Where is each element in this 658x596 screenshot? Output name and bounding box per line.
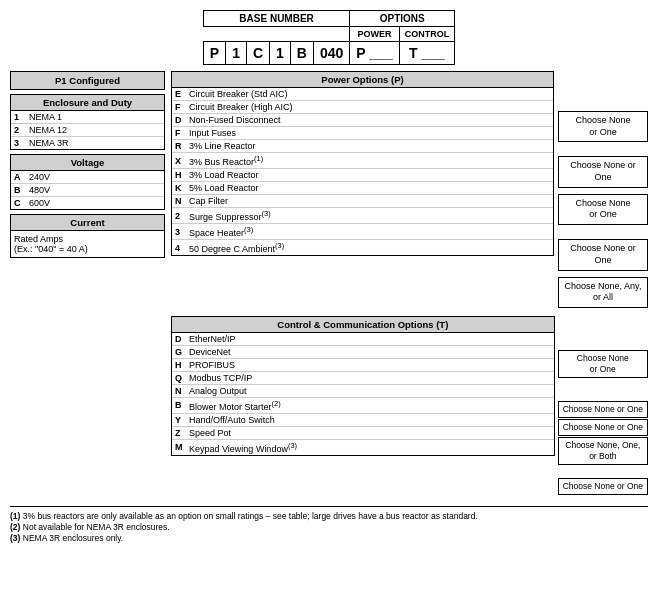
current-example: (Ex.: "040" = 40 A) [14, 244, 161, 254]
enc-row-3: 3 NEMA 3R [11, 137, 164, 149]
ctrl-key-z: Z [175, 428, 189, 438]
enc-row-2: 2 NEMA 12 [11, 124, 164, 137]
pn-c: C [246, 42, 269, 65]
footnote-2: (2) Not available for NEMA 3R enclosures… [10, 522, 648, 532]
power-header: Power Options (P) [172, 72, 553, 88]
footnote-1: (1) 3% bus reactors are only available a… [10, 511, 648, 521]
power-row-d: D Non-Fused Disconnect [172, 114, 553, 127]
ctrl-val-g: DeviceNet [189, 347, 551, 357]
ctrl-row-q: Q Modbus TCP/IP [172, 372, 554, 385]
volt-val-c: 600V [29, 198, 161, 208]
power-val-4: 50 Degree C Ambient(3) [189, 241, 550, 254]
control-layout: Control & Communication Options (T) D Et… [171, 316, 648, 496]
control-box: Control & Communication Options (T) D Et… [171, 316, 555, 456]
volt-key-c: C [14, 198, 26, 208]
power-key-d: D [175, 115, 189, 125]
power-key-f1: F [175, 102, 189, 112]
pn-040: 040 [313, 42, 349, 65]
enc-val-2: NEMA 12 [29, 125, 161, 135]
ctrl-key-y: Y [175, 415, 189, 425]
control-header: CONTROL [399, 27, 455, 42]
power-val-n: Cap Filter [189, 196, 550, 206]
power-key-3: 3 [175, 227, 189, 237]
power-row-3: 3 Space Heater(3) [172, 224, 553, 240]
p1-configured: P1 Configured [10, 71, 165, 90]
power-options-box: Power Options (P) E Circuit Breaker (Std… [171, 71, 554, 256]
power-key-h: H [175, 170, 189, 180]
power-row-4: 4 50 Degree C Ambient(3) [172, 240, 553, 255]
power-row-k: K 5% Load Reactor [172, 182, 553, 195]
ctrl-row-d: D EtherNet/IP [172, 333, 554, 346]
power-row-e: E Circuit Breaker (Std AIC) [172, 88, 553, 101]
main-container: BASE NUMBER OPTIONS POWER CONTROL P 1 C … [10, 10, 648, 543]
voltage-header: Voltage [11, 155, 164, 171]
power-header: POWER [350, 27, 399, 42]
ctrl-row-m: M Keypad Viewing Window(3) [172, 440, 554, 455]
volt-key-b: B [14, 185, 26, 195]
ctrl-val-y: Hand/Off/Auto Switch [189, 415, 551, 425]
power-choose-4: Choose None or One [558, 239, 648, 270]
ctrl-row-b: B Blower Motor Starter(2) [172, 398, 554, 414]
ctrl-choose-2: Choose None or One [558, 401, 648, 418]
ctrl-val-q: Modbus TCP/IP [189, 373, 551, 383]
ctrl-key-m: M [175, 442, 189, 452]
power-row-r: R 3% Line Reactor [172, 140, 553, 153]
enc-key-3: 3 [14, 138, 26, 148]
control-box-wrapper: Control & Communication Options (T) D Et… [171, 316, 555, 456]
ctrl-key-d: D [175, 334, 189, 344]
power-val-k: 5% Load Reactor [189, 183, 550, 193]
power-key-f2: F [175, 128, 189, 138]
enc-key-1: 1 [14, 112, 26, 122]
ctrl-choose-1: Choose Noneor One [558, 350, 648, 378]
power-choose-5: Choose None, Any,or All [558, 277, 648, 308]
ctrl-row-n: N Analog Output [172, 385, 554, 398]
left-sections: P1 Configured Enclosure and Duty 1 NEMA … [10, 71, 165, 496]
ctrl-row-h: H PROFIBUS [172, 359, 554, 372]
enc-key-2: 2 [14, 125, 26, 135]
power-row-f1: F Circuit Breaker (High AIC) [172, 101, 553, 114]
power-val-d: Non-Fused Disconnect [189, 115, 550, 125]
volt-val-b: 480V [29, 185, 161, 195]
ctrl-val-d: EtherNet/IP [189, 334, 551, 344]
ctrl-val-z: Speed Pot [189, 428, 551, 438]
control-options-header: Control & Communication Options (T) [172, 317, 554, 333]
power-val-f2: Input Fuses [189, 128, 550, 138]
power-key-r: R [175, 141, 189, 151]
power-box-wrapper: Power Options (P) E Circuit Breaker (Std… [171, 71, 554, 256]
pn-power: P ___ [350, 42, 399, 65]
power-val-x: 3% Bus Reactor(1) [189, 154, 550, 167]
power-choose-col: Choose Noneor One Choose None or One Cho… [558, 71, 648, 308]
enclosure-box: Enclosure and Duty 1 NEMA 1 2 NEMA 12 3 … [10, 94, 165, 150]
power-row-x: X 3% Bus Reactor(1) [172, 153, 553, 169]
base-number-header: BASE NUMBER [203, 11, 350, 27]
footnote-3: (3) NEMA 3R enclosures only. [10, 533, 648, 543]
volt-val-a: 240V [29, 172, 161, 182]
power-key-n: N [175, 196, 189, 206]
power-key-4: 4 [175, 243, 189, 253]
ctrl-key-h: H [175, 360, 189, 370]
control-section: Control & Communication Options (T) D Et… [171, 316, 648, 496]
control-choose-col: Choose Noneor One Choose None or One Cho… [558, 316, 648, 496]
pn-p1: P [203, 42, 225, 65]
current-header: Current [11, 215, 164, 231]
ctrl-key-g: G [175, 347, 189, 357]
options-header: OPTIONS [350, 11, 455, 27]
power-row-n: N Cap Filter [172, 195, 553, 208]
power-row-section: Power Options (P) E Circuit Breaker (Std… [171, 71, 648, 308]
enc-row-1: 1 NEMA 1 [11, 111, 164, 124]
ctrl-row-g: G DeviceNet [172, 346, 554, 359]
power-choose-3: Choose Noneor One [558, 194, 648, 225]
body-layout: P1 Configured Enclosure and Duty 1 NEMA … [10, 71, 648, 496]
ctrl-choose-4: Choose None, One,or Both [558, 437, 648, 465]
power-val-f1: Circuit Breaker (High AIC) [189, 102, 550, 112]
ctrl-choose-5: Choose None or One [558, 478, 648, 495]
enc-val-1: NEMA 1 [29, 112, 161, 122]
power-key-k: K [175, 183, 189, 193]
pn-1b: 1 [270, 42, 291, 65]
voltage-box: Voltage A 240V B 480V C 600V [10, 154, 165, 210]
enclosure-header: Enclosure and Duty [11, 95, 164, 111]
ctrl-choose-3: Choose None or One [558, 419, 648, 436]
ctrl-key-n: N [175, 386, 189, 396]
current-label: Rated Amps [14, 234, 161, 244]
power-key-2: 2 [175, 211, 189, 221]
